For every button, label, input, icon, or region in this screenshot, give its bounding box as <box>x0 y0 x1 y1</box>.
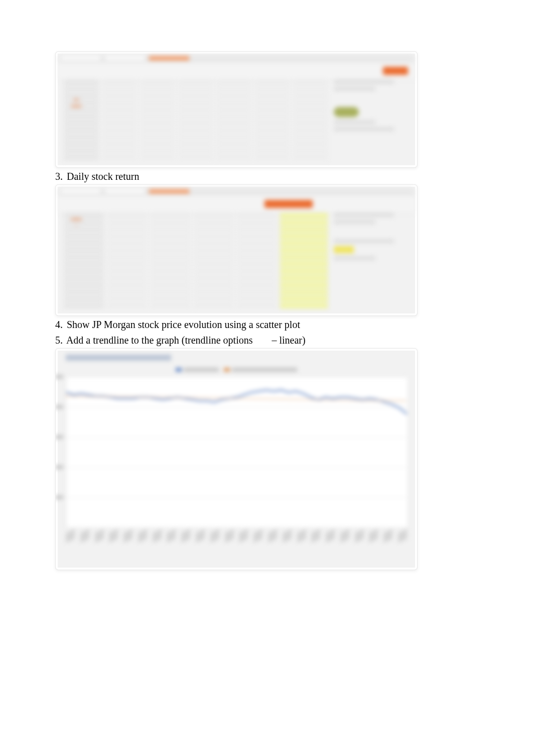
step-3-text: Daily stock return <box>67 171 139 182</box>
chart-series-svg <box>66 377 407 527</box>
document-page: 3. Daily stock return <box>0 0 533 671</box>
step-5: 5. Add a trendline to the graph (trendli… <box>55 334 478 347</box>
figure-3-wrap <box>55 348 478 570</box>
chart-title <box>66 355 171 361</box>
step-3-number: 3. <box>55 170 64 183</box>
chart-legend <box>66 368 407 372</box>
chart-plot-area <box>66 377 407 528</box>
step-4: 4. Show JP Morgan stock price evolution … <box>55 318 478 332</box>
step-5-text-b: – linear) <box>272 335 305 346</box>
step-4-number: 4. <box>55 318 64 332</box>
figure-3-chart <box>55 348 418 570</box>
step-5-number: 5. <box>55 334 64 347</box>
highlighted-yellow-column <box>280 213 328 308</box>
step-4-text: Show JP Morgan stock price evolution usi… <box>67 319 300 330</box>
step-5-text-a: Add a trendline to the graph (trendline … <box>66 335 253 346</box>
figure-2-wrap <box>55 184 478 316</box>
figure-2-spreadsheet <box>55 184 418 316</box>
step-3: 3. Daily stock return <box>55 170 478 183</box>
figure-1-wrap <box>55 51 478 168</box>
chart-x-ticks <box>66 531 407 541</box>
figure-1-spreadsheet <box>55 51 418 168</box>
